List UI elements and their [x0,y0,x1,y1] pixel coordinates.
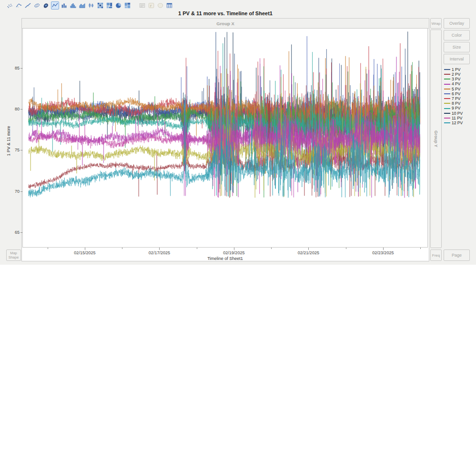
legend-line-swatch [444,103,450,104]
legend-label: 7 PV [452,97,460,101]
legend-line-swatch [444,98,450,99]
map-shape-icon[interactable] [156,1,164,10]
legend-item[interactable]: 10 PV [444,111,474,116]
legend-line-swatch [444,113,450,114]
size-drop-zone[interactable]: Size [444,42,470,52]
y-tick-label: 75 [9,148,20,152]
plot-canvas[interactable] [23,29,427,247]
legend-item[interactable]: 11 PV [444,116,474,120]
y-tick-label: 65 [9,230,20,235]
legend-line-swatch [444,108,450,109]
overlay-drop-zone[interactable]: Overlay [444,18,470,29]
points-icon[interactable] [6,1,14,10]
area-icon[interactable] [78,1,86,10]
legend-line-swatch [444,89,450,90]
group-y-drop-zone[interactable]: Group Y [430,30,442,248]
x-tick-mark [159,248,160,250]
x-tick-mark [383,248,384,250]
line-of-fit-icon[interactable] [24,1,32,10]
legend-item[interactable]: 6 PV [444,91,474,96]
legend-label: 5 PV [452,87,460,91]
graph-builder-window: f 1 PV & 11 more vs. Timeline of Sheet1 … [0,0,476,468]
legend-label: 10 PV [452,111,463,116]
legend-line-swatch [444,74,450,75]
legend-line-swatch [444,93,450,94]
y-tick-mark [20,191,22,192]
legend-line-swatch [444,122,450,123]
ellipse-icon[interactable] [33,1,41,10]
legend-line-swatch [444,118,450,119]
page-drop-zone[interactable]: Page [444,249,470,261]
y-tick-label: 70 [9,189,20,194]
plot-area [22,28,428,248]
legend-item[interactable]: 4 PV [444,82,474,87]
legend-label: 1 PV [452,68,460,72]
y-tick-mark [20,232,22,233]
legend-item[interactable]: 3 PV [444,77,474,81]
x-minor-tick-mark [197,248,197,249]
histogram-icon[interactable] [69,1,77,10]
legend-item[interactable]: 5 PV [444,87,474,91]
color-drop-zone[interactable]: Color [444,30,470,40]
legend-item[interactable]: 1 PV [444,67,474,72]
x-axis-title[interactable]: Timeline of Sheet1 [22,256,428,261]
legend-label: 6 PV [452,92,460,96]
legend-label: 8 PV [452,101,460,106]
graph-builder-area: f 1 PV & 11 more vs. Timeline of Sheet1 … [0,0,476,265]
bar-icon[interactable] [60,1,68,10]
legend-label: 9 PV [452,106,460,110]
legend-item[interactable]: 8 PV [444,101,474,106]
x-minor-tick-mark [271,248,272,249]
pie-icon[interactable] [114,1,122,10]
x-tick-label: 02/19/2025 [223,250,244,255]
contour-icon[interactable] [42,1,50,10]
legend-item[interactable]: 7 PV [444,96,474,101]
x-tick-label: 02/17/2025 [149,250,170,255]
legend-item[interactable]: 2 PV [444,72,474,77]
legend-item[interactable]: 12 PV [444,120,474,125]
smoother-icon[interactable] [15,1,23,10]
table-icon[interactable] [165,1,173,10]
y-tick-mark [20,150,22,150]
map-shape-drop-zone[interactable]: Map Shape [6,249,21,261]
legend-line-swatch [444,84,450,85]
x-tick-mark [308,248,309,250]
legend-label: 2 PV [452,72,460,77]
legend-label: 11 PV [452,116,463,120]
group-x-drop-zone[interactable]: Group X [22,19,429,29]
x-minor-tick-mark [122,248,122,249]
y-tick-label: 85 [9,66,20,70]
legend-line-swatch [444,79,450,80]
heatmap-icon[interactable] [96,1,104,10]
wrap-drop-zone[interactable]: Wrap [430,18,442,29]
x-tick-mark [234,248,234,250]
legend-item[interactable]: 9 PV [444,106,474,111]
treemap-icon[interactable] [105,1,113,10]
mosaic-icon[interactable] [123,1,132,10]
x-minor-tick-mark [48,248,48,249]
x-tick-label: 02/23/2025 [372,250,394,255]
freq-drop-zone[interactable]: Freq [430,249,442,261]
y-tick-label: 80 [9,107,20,111]
x-tick-label: 02/21/2025 [298,250,319,255]
legend-label: 3 PV [452,77,460,81]
y-tick-mark [20,68,22,69]
legend-line-swatch [444,69,450,70]
x-minor-tick-mark [346,248,346,249]
legend-label: 4 PV [452,82,460,86]
box-plot-icon[interactable] [87,1,95,10]
x-tick-label: 02/15/2025 [74,250,95,255]
line-icon[interactable] [51,1,59,10]
x-minor-tick-mark [420,248,421,249]
y-tick-mark [20,109,22,110]
group-y-label: Group Y [434,130,438,147]
series-legend: 1 PV2 PV3 PV4 PV5 PV6 PV7 PV8 PV9 PV10 P… [444,67,474,125]
element-type-toolbar: f [6,0,174,10]
formula-icon[interactable]: f [147,1,155,10]
interval-drop-zone[interactable]: Interval [444,54,470,64]
x-tick-mark [85,248,85,250]
caption-box-icon[interactable] [138,1,146,10]
legend-label: 12 PV [452,121,463,125]
chart-title: 1 PV & 11 more vs. Timeline of Sheet1 [21,10,429,16]
